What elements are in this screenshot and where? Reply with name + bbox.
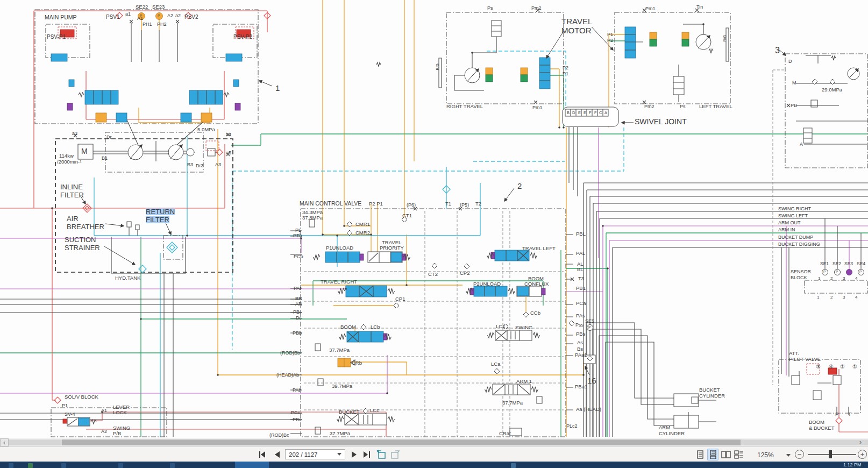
zoom-in-button[interactable]: +: [858, 450, 867, 459]
cyan-dashed-drain-lines: [232, 51, 624, 350]
zoom-slider-handle[interactable]: [829, 450, 832, 458]
taskbar-icon[interactable]: [118, 463, 123, 468]
valve-components: [51, 20, 841, 436]
last-page-button[interactable]: [361, 449, 373, 460]
page-number-input[interactable]: [286, 451, 335, 458]
page-number-input-box[interactable]: [285, 449, 345, 459]
scroll-left-button[interactable]: ‹: [0, 438, 9, 446]
pdf-viewer-window: MAIN PUMPPSV-P1PSV1a1A1SE22SE23PPPH1PH2A…: [0, 0, 868, 468]
taskbar-active-app[interactable]: [235, 462, 269, 468]
taskbar-icon[interactable]: [28, 463, 33, 468]
pdf-page-canvas[interactable]: MAIN PUMPPSV-P1PSV1a1A1SE22SE23PPPH1PH2A…: [0, 0, 868, 438]
hydraulic-schematic: [0, 0, 868, 438]
cyan-return-lines: [94, 136, 480, 437]
taskbar-icon[interactable]: [9, 463, 13, 468]
swivel-joint-symbol: [563, 107, 618, 126]
orange-pilot-lines: [139, 0, 625, 437]
previous-page-button[interactable]: [271, 449, 283, 460]
assembly-boxes: [35, 10, 867, 437]
zoom-level-label[interactable]: 125%: [757, 451, 774, 459]
single-page-view-button[interactable]: [694, 449, 706, 460]
zoom-dropdown-caret[interactable]: [786, 454, 791, 457]
windows-taskbar[interactable]: 1:12 PM: [0, 462, 868, 468]
green-travel-lines: [0, 41, 868, 437]
page-dropdown-caret[interactable]: [337, 453, 341, 456]
horizontal-scrollbar[interactable]: ‹ ›: [0, 438, 868, 446]
scroll-right-button[interactable]: ›: [856, 438, 865, 446]
next-view-button[interactable]: [389, 449, 401, 460]
scrollbar-thumb[interactable]: [62, 439, 741, 445]
previous-view-button[interactable]: [375, 449, 387, 460]
magenta-pilot-lines: [0, 127, 868, 437]
scrolling-view-button[interactable]: [707, 449, 718, 460]
plug-marks: [74, 9, 790, 281]
engine-compartment-box: [55, 139, 233, 272]
two-page-view-button[interactable]: [720, 449, 731, 460]
first-page-button[interactable]: [256, 449, 268, 460]
next-page-button[interactable]: [348, 449, 360, 460]
zoom-out-button[interactable]: −: [795, 450, 804, 459]
two-page-scrolling-view-button[interactable]: [733, 449, 744, 460]
zoom-slider-track[interactable]: [808, 454, 856, 455]
red-pilot-supply-lines: [0, 11, 868, 437]
taskbar-clock: 1:12 PM: [843, 462, 862, 467]
taskbar-icon[interactable]: [511, 463, 516, 468]
taskbar-icon[interactable]: [61, 463, 66, 468]
taskbar-icon[interactable]: [170, 463, 175, 468]
viewer-toolbar: 125% − +: [0, 446, 868, 462]
